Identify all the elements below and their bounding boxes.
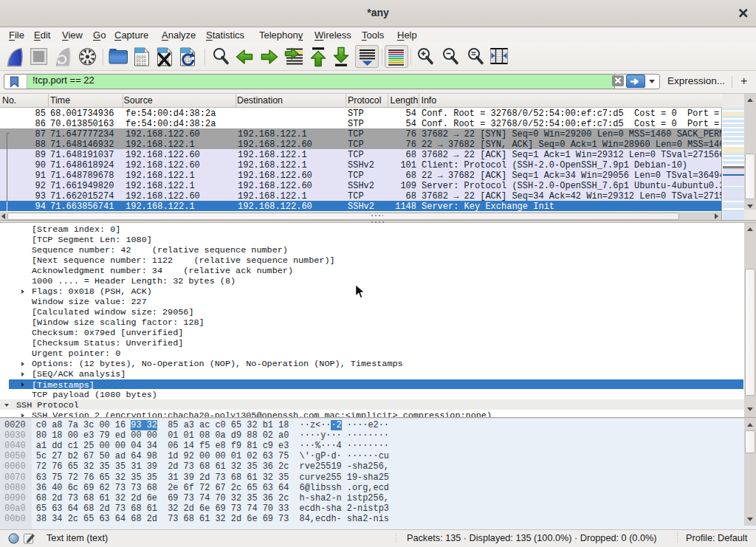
svg-text:0111: 0111 [137, 62, 147, 67]
